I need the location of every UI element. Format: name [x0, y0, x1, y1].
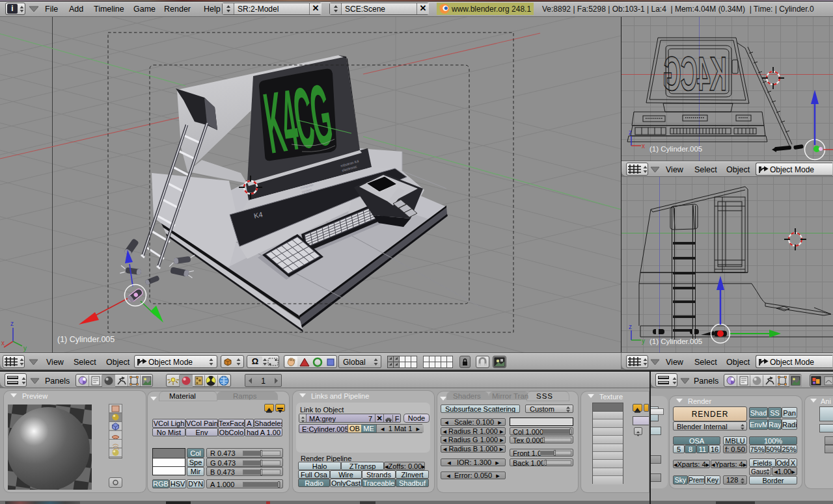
- svg-text:(1) Cylinder.005: (1) Cylinder.005: [649, 145, 702, 153]
- svg-text:z: z: [629, 323, 632, 330]
- svg-text:K4CG: K4CG: [663, 47, 727, 100]
- svg-text:(1) Cylinder.005: (1) Cylinder.005: [649, 338, 702, 345]
- svg-text:x: x: [1, 339, 5, 347]
- svg-text:y: y: [642, 338, 645, 345]
- svg-text:(1) Cylinder.005: (1) Cylinder.005: [57, 335, 115, 344]
- svg-text:y: y: [23, 345, 27, 352]
- svg-text:z: z: [629, 129, 632, 136]
- svg-text:x: x: [642, 142, 645, 150]
- svg-text:z: z: [10, 320, 14, 327]
